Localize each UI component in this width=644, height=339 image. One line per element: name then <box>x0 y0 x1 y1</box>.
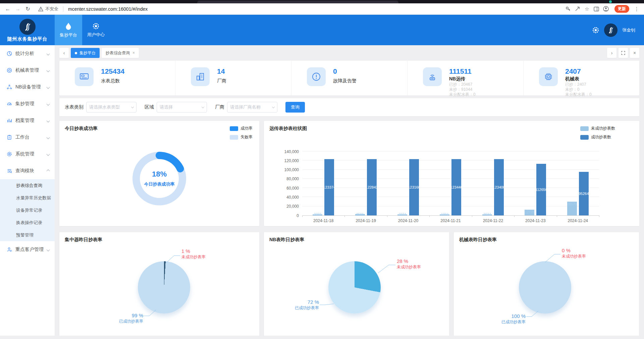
router-wifi-icon <box>428 72 437 81</box>
sidebar-item-label: 机械表管理 <box>15 67 39 73</box>
sidebar-item-2[interactable]: NB设备管理 <box>0 79 55 95</box>
close-all-icon[interactable]: × <box>630 48 639 58</box>
forward-icon[interactable]: → <box>13 5 22 13</box>
chart-title: 集中器昨日抄表率 <box>65 237 102 243</box>
stat-value: 14 <box>217 67 226 75</box>
submenu-item-2[interactable]: 设备异常记录 <box>0 204 55 216</box>
bookmark-star-icon[interactable]: ☆ <box>583 5 591 13</box>
submenu-item-4[interactable]: 预警管理 <box>0 229 55 241</box>
reload-icon[interactable]: ↻ <box>23 5 32 13</box>
legend-item-success-rate[interactable]: 成功率 <box>230 126 253 131</box>
browser-menu-icon[interactable]: ⋮ <box>633 5 641 13</box>
username[interactable]: 张金钊 <box>622 27 635 33</box>
browser-update-button[interactable]: 更新 <box>614 5 629 13</box>
chevron-down-icon <box>47 119 50 122</box>
sidebar-item-label: 集抄管理 <box>15 101 34 107</box>
share-icon[interactable] <box>574 5 582 13</box>
stat-icon-tile <box>307 67 326 86</box>
legend-swatch <box>230 135 238 140</box>
security-label: 不安全 <box>45 6 58 12</box>
x-axis-label: 2024-11-23 <box>514 218 556 223</box>
stat-card-0: 125434水表总数 <box>59 61 175 95</box>
tab-label: 集抄平台 <box>79 50 96 56</box>
user-avatar[interactable] <box>604 23 618 37</box>
legend-item-successful[interactable]: 成功抄表数 <box>580 134 615 140</box>
tabs-scroll-left-icon[interactable]: ‹ <box>59 48 69 58</box>
bar-successful: 123160 <box>409 159 419 215</box>
stat-value: 2407 <box>565 67 592 75</box>
pie-label-success: 100 % 已成功抄表率 <box>495 313 526 325</box>
stat-sub-line: 未分配水表：0 <box>449 92 476 97</box>
settings-gear-icon[interactable] <box>592 26 599 34</box>
legend-item-fail-rate[interactable]: 失败率 <box>230 134 253 140</box>
vendor-select[interactable]: 请选择厂商名称 <box>227 102 277 113</box>
back-icon[interactable]: ← <box>3 5 12 13</box>
tab-meter-query[interactable]: 抄表综合查询 × <box>102 48 139 58</box>
tabs-scroll-right-icon[interactable]: › <box>607 48 616 58</box>
y-axis-label: 0 <box>275 213 299 218</box>
bar-chart-icon <box>7 118 12 123</box>
nav-tab-user-center[interactable]: 用户中心 <box>82 15 110 45</box>
submenu-item-1[interactable]: 水量异常历史数据 <box>0 192 55 204</box>
pie-label-fail: 28 % 未成功抄表率 <box>397 258 421 270</box>
search-button[interactable]: 查询 <box>285 102 305 113</box>
sidebar-item-1[interactable]: 机械表管理 <box>0 62 55 79</box>
password-key-icon[interactable] <box>564 5 572 13</box>
concentrator-pie-panel: 集中器昨日抄表率 1 % 未成功抄表率 99 % 已成功抄表率 <box>59 232 259 336</box>
stat-value: 111511 <box>449 67 476 75</box>
legend-label: 成功抄表数 <box>591 134 611 140</box>
stat-value: 125434 <box>101 67 124 75</box>
security-chip[interactable]: 不安全 <box>38 6 58 12</box>
submenu-item-0[interactable]: 抄表综合查询 <box>0 179 55 192</box>
y-axis-label: 100,000 <box>275 167 299 172</box>
chevron-down-icon <box>47 85 50 89</box>
fullscreen-icon[interactable] <box>619 48 628 58</box>
sidebar-item-5[interactable]: 工作台 <box>0 129 55 146</box>
split-view-icon[interactable] <box>592 5 600 13</box>
chart-title: NB表昨日抄表率 <box>269 237 304 243</box>
submenu-item-3[interactable]: 换表操作记录 <box>0 216 55 229</box>
stat-sub-line: 已抄：20467 <box>449 82 476 87</box>
chevron-up-icon <box>47 169 50 173</box>
bar-successful: 95264 <box>579 172 589 215</box>
sidebar-item-4[interactable]: 档案管理 <box>0 112 55 129</box>
y-axis-label: 20,000 <box>275 204 299 209</box>
nav-tab-collection-platform[interactable]: 集抄平台 <box>55 15 82 45</box>
tab-collection-platform[interactable]: 集抄平台 <box>71 48 100 58</box>
legend-item-unsuccessful[interactable]: 未成功抄表数 <box>580 126 615 131</box>
filter-label: 水表类别 <box>65 104 84 110</box>
stat-card-2: 0故障及告警 <box>291 61 408 95</box>
sidebar-item-0[interactable]: 统计分析 <box>0 45 55 62</box>
breadcrumb-tabbar: ‹ 集抄平台 抄表综合查询 × › × <box>59 48 639 58</box>
meter-type-select[interactable]: 请选择水表类型 <box>86 102 137 113</box>
bar-successful: 122843 <box>367 159 377 215</box>
bar-chart-panel: 远传表抄表柱状图 未成功抄表数 成功抄表数 020,00040,00060,00… <box>264 121 639 226</box>
pie-chart <box>138 261 190 314</box>
meter-display-icon <box>79 72 89 81</box>
bar-unsuccessful: 2034 <box>482 214 492 215</box>
bar-group-2024-11-23: 127781126562024-11-23 <box>514 152 556 215</box>
sidebar-item-3[interactable]: 集抄管理 <box>0 95 55 112</box>
stat-sub-line: 未抄：91044 <box>449 87 476 92</box>
chevron-down-icon <box>47 152 50 156</box>
stat-card-1: 14厂商 <box>175 61 291 95</box>
browser-avatar-icon[interactable] <box>602 5 610 13</box>
sidebar-item-8[interactable]: 重点客户管理 <box>0 241 55 258</box>
sidebar-item-7[interactable]: 查询模块 <box>0 162 55 179</box>
bar-value-label: 95264 <box>579 192 589 196</box>
sidebar-item-label: 系统管理 <box>15 151 34 157</box>
region-select[interactable]: 请选择 <box>157 102 207 113</box>
sidebar-item-label: 重点客户管理 <box>15 247 44 253</box>
sidebar-item-6[interactable]: 系统管理 <box>0 146 55 162</box>
close-tab-icon[interactable]: × <box>132 51 135 55</box>
url-text[interactable]: mcenter.szcswater.com:16001/#/index <box>68 6 148 12</box>
bar-unsuccessful: 2060 <box>313 214 322 215</box>
y-axis-label: 60,000 <box>275 186 299 191</box>
legend-swatch <box>580 126 589 131</box>
bar-successful: 123440 <box>451 159 461 215</box>
bar-group-2024-11-20: 22741231602024-11-20 <box>387 152 429 215</box>
browser-tab[interactable] <box>197 1 398 3</box>
sidebar-item-label: 工作台 <box>15 134 30 140</box>
app-header: 随州水务集抄平台 集抄平台 用户中心 张金钊 <box>0 15 644 45</box>
gauge-icon <box>7 68 12 73</box>
